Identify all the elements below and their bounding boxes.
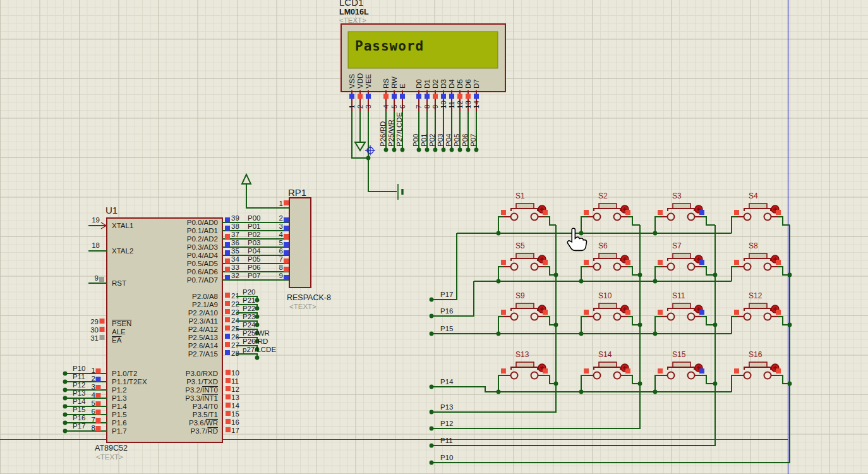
pin-number: 5	[279, 239, 283, 246]
net-label: P03	[437, 134, 444, 147]
pin-number: 7	[279, 255, 283, 263]
button-S11[interactable]	[668, 303, 703, 320]
junction-dot	[366, 156, 371, 161]
button-S14[interactable]	[594, 362, 629, 379]
wire[interactable]	[498, 267, 504, 281]
button-S8[interactable]	[744, 253, 780, 270]
rp1-body[interactable]	[289, 198, 311, 288]
pin-number: 4	[382, 104, 390, 109]
button-terminal	[594, 313, 601, 320]
pin-state-indicator	[226, 370, 231, 375]
wire[interactable]	[581, 267, 587, 281]
pin-name: VDD	[356, 73, 364, 88]
junction-dot	[63, 413, 68, 417]
component-ref: U1	[105, 205, 118, 216]
decoration: P3.2/	[185, 386, 203, 394]
junction-dot	[497, 231, 501, 236]
net-label: P26/RD	[243, 337, 268, 345]
wire[interactable]	[581, 375, 587, 392]
pin-state-indicator	[625, 260, 630, 265]
wire[interactable]	[701, 375, 715, 384]
wire[interactable]	[655, 217, 661, 233]
pin-state-indicator	[225, 309, 230, 314]
wire[interactable]	[581, 217, 587, 233]
button-S3[interactable]	[668, 204, 703, 221]
button-S16[interactable]	[744, 362, 780, 379]
wire[interactable]	[581, 317, 587, 334]
button-S7[interactable]	[668, 253, 703, 270]
schematic-canvas: LCD1LM016L<TEXT>Password1VSS2VDD3VEE4RSP…	[0, 0, 868, 474]
button-S5[interactable]	[511, 253, 546, 270]
wire[interactable]	[701, 317, 715, 325]
wire[interactable]	[627, 267, 640, 275]
wire[interactable]	[627, 317, 640, 325]
pin-state-indicator	[225, 301, 230, 306]
button-S12[interactable]	[744, 303, 780, 320]
pin-name: VSS	[348, 74, 356, 88]
pin-number: 37	[231, 231, 239, 238]
net-label: P05	[453, 134, 461, 147]
wire[interactable]	[498, 375, 504, 392]
wire[interactable]	[627, 375, 640, 384]
component-pin-line	[744, 209, 771, 211]
wire[interactable]	[732, 317, 737, 334]
net-label: P02	[428, 134, 436, 147]
button-terminal	[744, 214, 751, 221]
wire[interactable]	[431, 233, 457, 300]
button-terminal	[511, 264, 518, 270]
net-label: P27/LCDE	[395, 112, 403, 147]
pin-name: P2.7/A15	[188, 350, 218, 358]
button-cap	[673, 204, 690, 209]
junction-dot	[579, 279, 584, 284]
button-terminal	[614, 264, 621, 270]
pin-state-indicator	[658, 368, 663, 374]
wire[interactable]	[627, 217, 640, 225]
button-S2[interactable]	[594, 204, 629, 221]
component-ref: RP1	[288, 187, 306, 198]
wire[interactable]	[655, 267, 661, 281]
button-S10[interactable]	[594, 303, 629, 320]
wire[interactable]	[498, 317, 504, 334]
wire[interactable]	[701, 217, 715, 225]
wire[interactable]	[732, 375, 737, 392]
pin-number: 1	[279, 200, 283, 207]
wire[interactable]	[498, 217, 504, 233]
pin-name: P1.0/T2	[112, 370, 137, 377]
wire[interactable]	[655, 375, 661, 392]
wire[interactable]	[701, 267, 715, 275]
net-label: P15	[73, 406, 85, 413]
pin-state-indicator	[100, 327, 105, 332]
button-S13[interactable]	[511, 362, 546, 379]
button-S6[interactable]	[594, 253, 629, 270]
pin-number: 7	[415, 105, 423, 109]
pin-state-indicator	[625, 368, 630, 374]
pin-name: ALE	[112, 328, 126, 336]
pin-number: 14	[473, 100, 480, 109]
junction-dot	[430, 410, 434, 415]
button-S15[interactable]	[668, 362, 703, 379]
button-cap	[516, 253, 534, 258]
pin-number: 7	[92, 416, 95, 423]
component-pin-line	[511, 367, 538, 370]
wire[interactable]	[655, 317, 661, 334]
button-S9[interactable]	[511, 303, 546, 320]
pin-state-indicator	[226, 386, 231, 391]
pin-name: D4	[448, 79, 455, 88]
wire[interactable]	[732, 267, 737, 281]
net-label: p27/LCDE	[243, 346, 276, 353]
button-S4[interactable]	[744, 204, 780, 221]
pin-state-indicator	[225, 334, 230, 339]
wire[interactable]	[545, 217, 556, 225]
pin-state-indicator	[225, 317, 230, 322]
button-terminal	[511, 372, 518, 379]
pin-name: P2.1/A9	[192, 301, 218, 308]
wire[interactable]	[732, 217, 737, 233]
component-pin-line	[594, 258, 620, 261]
button-cap	[516, 204, 534, 209]
button-cap	[599, 253, 617, 258]
pin-name: D3	[440, 79, 447, 88]
button-S1[interactable]	[511, 204, 546, 221]
wire[interactable]	[236, 354, 257, 358]
net-label: P04	[445, 133, 452, 147]
net-label: P16	[73, 414, 85, 422]
